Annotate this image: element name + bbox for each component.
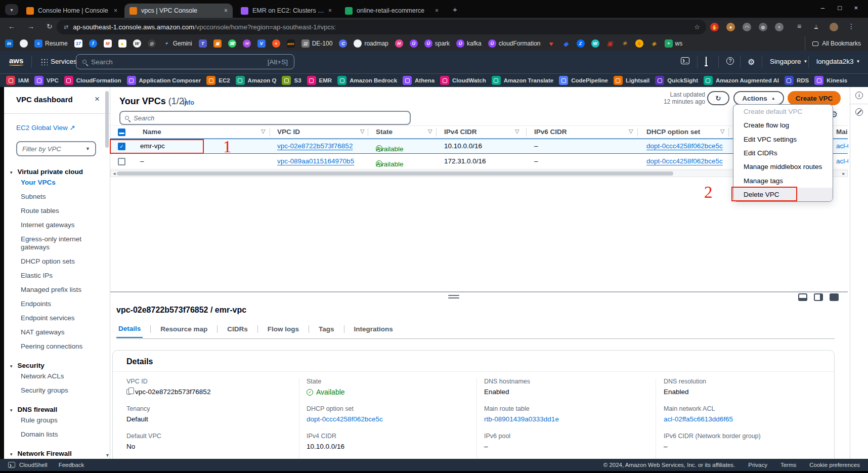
aws-search-bar[interactable]: Search [Alt+S]	[76, 54, 294, 69]
sidebar-item-domain-lists[interactable]: Domain lists	[21, 431, 98, 439]
bookmark-redcube[interactable]: ▣	[606, 39, 614, 48]
cookie-extension-icon[interactable]: ●	[726, 23, 735, 31]
new-tab-button[interactable]: +	[453, 5, 457, 14]
cell-main-acl-link[interactable]: acl-0	[836, 142, 848, 150]
settings-gear-icon[interactable]: ⚙	[748, 57, 755, 67]
sidebar-item-security-groups[interactable]: Security groups	[21, 386, 98, 395]
site-info-icon[interactable]: ⇄	[64, 24, 68, 30]
favbar-bedrock[interactable]: Amazon Bedrock	[337, 76, 397, 85]
favbar-translate[interactable]: Amazon Translate	[492, 76, 553, 85]
favbar-rds[interactable]: RDS	[785, 76, 809, 85]
cell-dhcp-link[interactable]: dopt-0ccc4258f062bce5c	[646, 142, 723, 150]
tab-close-icon[interactable]: ×	[328, 7, 332, 14]
bookmark-wordpress[interactable]: W	[133, 39, 141, 48]
panel-layout-bottom-icon[interactable]	[798, 293, 807, 301]
sidebar-item-your-vpcs[interactable]: Your VPCs	[21, 179, 98, 187]
downloads-icon[interactable]: ↓	[814, 22, 818, 29]
notifications-bell-icon[interactable]	[706, 57, 707, 65]
bookmark-drive[interactable]: ▲	[118, 39, 126, 48]
sidebar-section-vpc[interactable]: ▼Virtual private cloud	[4, 163, 103, 177]
cell-vpc-id-link[interactable]: vpc-089aa0115164970b5	[277, 157, 354, 165]
menu-item-create-flow-log[interactable]: Create flow log	[733, 118, 833, 132]
bookmark-resume[interactable]: ≡Resume	[34, 39, 68, 48]
bookmark-calendar[interactable]: 17	[74, 39, 82, 48]
copy-icon[interactable]	[126, 389, 131, 395]
filter-by-vpc-select[interactable]: Filter by VPC▼	[16, 141, 96, 156]
info-link[interactable]: Info	[183, 99, 194, 106]
bookmark-ws[interactable]: +ws	[665, 39, 683, 48]
ec2-global-view-link[interactable]: EC2 Global View ↗	[16, 123, 75, 132]
bookmark-emoji[interactable]: ☺	[635, 39, 643, 48]
panel-layout-side-icon[interactable]	[814, 293, 823, 301]
favbar-application-composer[interactable]: Application Composer	[127, 76, 201, 85]
bookmark-roadmap[interactable]: roadmap	[354, 39, 388, 48]
window-close-button[interactable]: ×	[854, 4, 858, 12]
bookmark-teams[interactable]: T	[199, 39, 207, 48]
bookmark-settings[interactable]: ◎	[148, 39, 156, 48]
account-menu[interactable]: longdata2k3▼	[816, 58, 860, 65]
bookmark-cloudformation[interactable]: ŨcloudFormation	[488, 39, 541, 48]
favbar-vpc[interactable]: VPC	[34, 76, 59, 85]
sidebar-item-route-tables[interactable]: Route tables	[21, 207, 98, 215]
browser-tab-0[interactable]: Console Home | Console ×	[21, 4, 122, 18]
tab-integrations[interactable]: Integrations	[352, 325, 395, 337]
tab-close-icon[interactable]: ×	[224, 7, 228, 14]
menu-item-edit-cidrs[interactable]: Edit CIDRs	[733, 146, 833, 160]
bookmark-kafka[interactable]: Ũkafka	[456, 39, 482, 48]
bookmark-v[interactable]: V	[257, 39, 266, 48]
aws-logo[interactable]: aws	[9, 56, 23, 66]
col-ipv6-cidr[interactable]: IPv6 CIDR	[534, 128, 567, 136]
bookmark-github[interactable]	[20, 39, 28, 48]
sidebar-item-endpoint-services[interactable]: Endpoint services	[21, 314, 98, 322]
sidebar-close-icon[interactable]: ×	[95, 94, 100, 104]
window-minimize-button[interactable]: –	[821, 4, 824, 12]
tab-details[interactable]: Details	[116, 325, 143, 338]
bookmark-gemini[interactable]: ✦Gemini	[162, 39, 192, 48]
sidebar-item-egress-only[interactable]: Egress-only internet gateways	[21, 235, 98, 251]
cell-dhcp-link[interactable]: dopt-0ccc4258f062bce5c	[646, 157, 723, 165]
back-icon[interactable]: ←	[8, 22, 15, 30]
menu-item-edit-vpc-settings[interactable]: Edit VPC settings	[733, 133, 833, 146]
favbar-s3[interactable]: S3	[282, 76, 301, 85]
favbar-codepipeline[interactable]: CodePipeline	[559, 76, 608, 85]
tab-close-icon[interactable]: ×	[435, 7, 439, 14]
favbar-iam[interactable]: IAM	[6, 76, 29, 85]
menu-item-manage-middlebox-routes[interactable]: Manage middlebox routes	[733, 160, 833, 174]
cookie-preferences-link[interactable]: Cookie preferences	[809, 462, 860, 468]
globe-extension-icon[interactable]: ◍	[759, 23, 767, 31]
bookmark-slack[interactable]: ✳	[621, 39, 629, 48]
favbar-cloudwatch[interactable]: CloudWatch	[440, 76, 486, 85]
services-menu[interactable]: Services	[51, 58, 77, 65]
tab-close-icon[interactable]: ×	[114, 7, 117, 14]
bookmark-w[interactable]: W	[591, 39, 599, 48]
tab-cidrs[interactable]: CIDRs	[225, 325, 250, 337]
bookmark-messenger[interactable]: ✉	[243, 39, 251, 48]
filter-icon[interactable]: ▽	[720, 128, 724, 135]
bookmark-whatsapp[interactable]: ☎	[228, 39, 236, 48]
refresh-button[interactable]: ↻	[707, 91, 729, 105]
split-panel-divider[interactable]	[110, 291, 848, 292]
tab-groups-icon[interactable]: ≡	[797, 22, 801, 30]
bookmark-c[interactable]: C	[339, 39, 347, 48]
col-dhcp-option-set[interactable]: DHCP option set	[646, 128, 700, 136]
browser-menu-icon[interactable]: ⋮	[848, 22, 855, 30]
region-selector[interactable]: Singapore▼	[770, 58, 807, 65]
actions-button[interactable]: Actions▲	[733, 91, 784, 105]
main-network-acl-link[interactable]: acl-02ffa5c6613dd6f65	[664, 415, 831, 423]
favbar-cloudformation[interactable]: CloudFormation	[64, 76, 121, 85]
tab-search-button[interactable]: ▾	[5, 4, 18, 15]
sidebar-scrollbar[interactable]	[105, 88, 109, 457]
cell-vpc-id-link[interactable]: vpc-02e8722b573f76852	[277, 142, 353, 150]
favbar-athena[interactable]: Athena	[403, 76, 435, 85]
url-bar[interactable]: ⇄ ap-southeast-1.console.aws.amazon.com/…	[57, 20, 706, 34]
sidebar-section-security[interactable]: ▼Security	[4, 357, 103, 370]
bookmark-aws-dark[interactable]: aws	[287, 39, 295, 48]
terms-link[interactable]: Terms	[780, 462, 796, 468]
filter-icon[interactable]: ▽	[360, 128, 364, 135]
help-icon[interactable]: ?	[726, 57, 734, 65]
col-main[interactable]: Main	[836, 128, 848, 136]
table-search[interactable]	[119, 111, 411, 125]
notifications-panel-icon[interactable]	[855, 108, 863, 116]
bookmark-heart[interactable]: ♥	[547, 39, 555, 48]
favbar-lightsail[interactable]: Lightsail	[614, 76, 649, 85]
